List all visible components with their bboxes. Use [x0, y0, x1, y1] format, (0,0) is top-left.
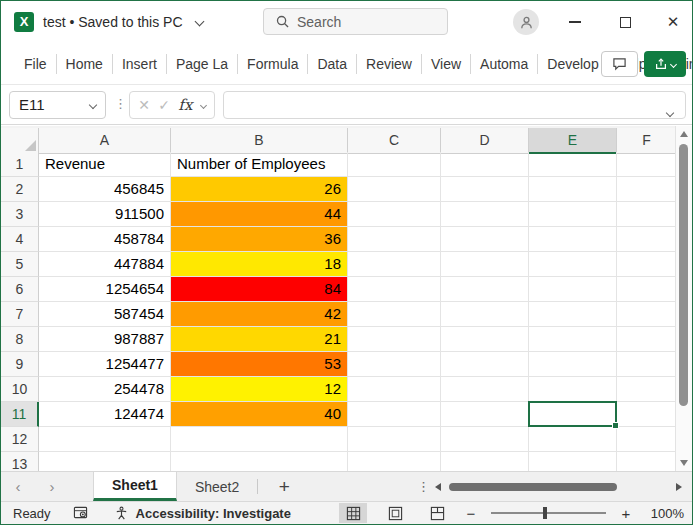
cell-F6[interactable]: [617, 277, 677, 302]
name-box[interactable]: E11: [9, 91, 106, 119]
row-header-5[interactable]: 5: [1, 252, 39, 277]
cell-F8[interactable]: [617, 327, 677, 352]
horizontal-scrollbar[interactable]: [433, 472, 684, 502]
cell-E5[interactable]: [529, 252, 617, 277]
previous-sheet-button[interactable]: ‹: [1, 472, 35, 501]
cell-C6[interactable]: [348, 277, 441, 302]
cancel-entry-icon[interactable]: ✕: [138, 97, 150, 113]
cell-D1[interactable]: [441, 152, 529, 177]
cell-D6[interactable]: [441, 277, 529, 302]
cell-F5[interactable]: [617, 252, 677, 277]
cell-A7[interactable]: 587454: [39, 302, 171, 327]
cell-C8[interactable]: [348, 327, 441, 352]
cell-F4[interactable]: [617, 227, 677, 252]
maximize-button[interactable]: [603, 1, 647, 43]
row-header-13[interactable]: 13: [1, 452, 39, 471]
cell-B7[interactable]: 42: [171, 302, 348, 327]
select-all-button[interactable]: [1, 128, 39, 154]
cell-F7[interactable]: [617, 302, 677, 327]
row-header-12[interactable]: 12: [1, 427, 39, 452]
close-button[interactable]: ✕: [651, 1, 693, 43]
cell-D2[interactable]: [441, 177, 529, 202]
column-header-F[interactable]: F: [617, 128, 677, 154]
cell-A4[interactable]: 458784: [39, 227, 171, 252]
cell-E6[interactable]: [529, 277, 617, 302]
fill-handle[interactable]: [612, 422, 619, 429]
cell-F2[interactable]: [617, 177, 677, 202]
cell-C9[interactable]: [348, 352, 441, 377]
minimize-button[interactable]: [553, 1, 597, 43]
row-header-10[interactable]: 10: [1, 377, 39, 402]
cell-C3[interactable]: [348, 202, 441, 227]
cell-A1[interactable]: Revenue: [39, 152, 171, 177]
cell-E4[interactable]: [529, 227, 617, 252]
scroll-down-icon[interactable]: [680, 460, 688, 466]
share-button[interactable]: [644, 51, 686, 77]
ribbon-tab-formula[interactable]: Formula: [238, 43, 307, 85]
cell-D12[interactable]: [441, 427, 529, 452]
cell-D7[interactable]: [441, 302, 529, 327]
cell-E2[interactable]: [529, 177, 617, 202]
cell-F1[interactable]: [617, 152, 677, 177]
zoom-level-label[interactable]: 100%: [646, 506, 684, 521]
horizontal-scrollbar-thumb[interactable]: [449, 483, 617, 491]
ribbon-tab-develop[interactable]: Develop: [538, 43, 607, 85]
confirm-entry-icon[interactable]: ✓: [158, 97, 170, 113]
cell-A2[interactable]: 456845: [39, 177, 171, 202]
insert-function-button[interactable]: fx: [178, 96, 192, 114]
cell-B10[interactable]: 12: [171, 377, 348, 402]
scroll-right-icon[interactable]: [676, 483, 682, 491]
cell-D13[interactable]: [441, 452, 529, 471]
cell-B2[interactable]: 26: [171, 177, 348, 202]
cell-C10[interactable]: [348, 377, 441, 402]
cell-A5[interactable]: 447884: [39, 252, 171, 277]
ribbon-tab-insert[interactable]: Insert: [113, 43, 166, 85]
cell-A3[interactable]: 911500: [39, 202, 171, 227]
row-header-11[interactable]: 11: [1, 402, 39, 427]
cell-A10[interactable]: 254478: [39, 377, 171, 402]
scroll-up-icon[interactable]: [680, 131, 688, 137]
ribbon-tab-review[interactable]: Review: [357, 43, 421, 85]
cell-F9[interactable]: [617, 352, 677, 377]
accessibility-checker-button[interactable]: Accessibility: Investigate: [114, 506, 291, 521]
cell-D3[interactable]: [441, 202, 529, 227]
cell-C1[interactable]: [348, 152, 441, 177]
cell-B3[interactable]: 44: [171, 202, 348, 227]
zoom-slider[interactable]: [491, 512, 606, 514]
ribbon-tab-data[interactable]: Data: [308, 43, 356, 85]
normal-view-button[interactable]: [339, 503, 367, 523]
zoom-slider-thumb[interactable]: [543, 507, 547, 519]
cell-C13[interactable]: [348, 452, 441, 471]
cell-B12[interactable]: [171, 427, 348, 452]
scroll-left-icon[interactable]: [435, 483, 441, 491]
column-header-C[interactable]: C: [348, 128, 441, 154]
row-header-7[interactable]: 7: [1, 302, 39, 327]
row-header-8[interactable]: 8: [1, 327, 39, 352]
row-header-9[interactable]: 9: [1, 352, 39, 377]
cell-E12[interactable]: [529, 427, 617, 452]
cell-E13[interactable]: [529, 452, 617, 471]
cell-F13[interactable]: [617, 452, 677, 471]
cell-F10[interactable]: [617, 377, 677, 402]
row-header-3[interactable]: 3: [1, 202, 39, 227]
column-header-B[interactable]: B: [171, 128, 348, 154]
cell-A13[interactable]: [39, 452, 171, 471]
search-box[interactable]: [263, 8, 448, 35]
selection-box[interactable]: [528, 401, 617, 427]
expand-formula-bar-button[interactable]: [667, 102, 673, 120]
cell-B1[interactable]: Number of Employees: [171, 152, 348, 177]
cell-B8[interactable]: 21: [171, 327, 348, 352]
document-title[interactable]: test • Saved to this PC: [43, 1, 203, 43]
column-header-A[interactable]: A: [39, 128, 171, 154]
vertical-scrollbar[interactable]: [675, 126, 692, 471]
cell-D11[interactable]: [441, 402, 529, 427]
ribbon-tab-page-la[interactable]: Page La: [167, 43, 237, 85]
cell-B4[interactable]: 36: [171, 227, 348, 252]
cell-E8[interactable]: [529, 327, 617, 352]
cell-B11[interactable]: 40: [171, 402, 348, 427]
cell-F11[interactable]: [617, 402, 677, 427]
formula-bar-drag-handle[interactable]: ⋮: [114, 96, 127, 111]
cell-D8[interactable]: [441, 327, 529, 352]
ribbon-tab-home[interactable]: Home: [57, 43, 112, 85]
cell-C4[interactable]: [348, 227, 441, 252]
